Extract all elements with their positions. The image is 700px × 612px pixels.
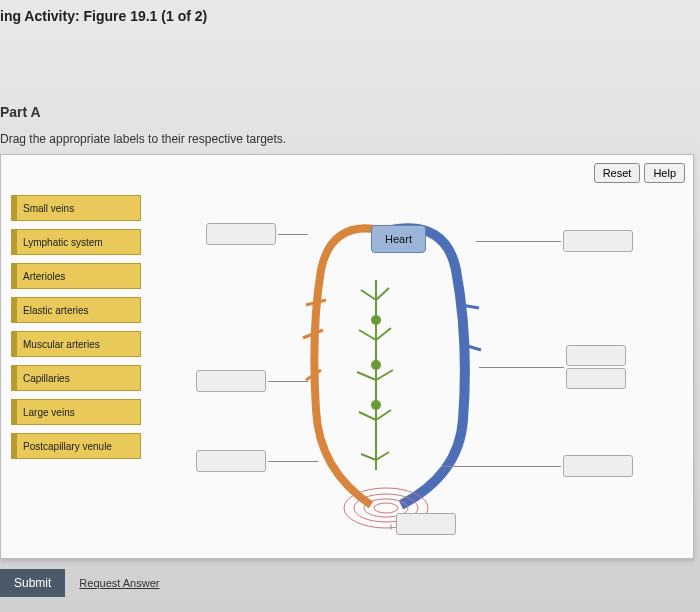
leader-line — [278, 234, 308, 235]
request-answer-link[interactable]: Request Answer — [79, 577, 159, 589]
heart-label: Heart — [371, 225, 426, 253]
submit-button[interactable]: Submit — [0, 569, 65, 597]
leader-line — [391, 525, 392, 530]
leader-line — [268, 381, 308, 382]
drag-label-postcapillary-venule[interactable]: Postcapillary venule — [11, 433, 141, 459]
svg-point-0 — [371, 315, 381, 325]
leader-line — [479, 367, 564, 368]
leader-line — [476, 241, 561, 242]
drop-target-2[interactable] — [196, 370, 266, 392]
drop-target-5[interactable] — [566, 345, 626, 389]
drop-target-1[interactable] — [206, 223, 276, 245]
drag-label-capillaries[interactable]: Capillaries — [11, 365, 141, 391]
instruction-text: Drag the appropriate labels to their res… — [0, 132, 700, 146]
drop-target-6[interactable] — [563, 455, 633, 477]
svg-point-6 — [374, 503, 398, 513]
label-bank: Small veins Lymphatic system Arterioles … — [11, 195, 141, 467]
leader-line — [268, 461, 318, 462]
part-label: Part A — [0, 104, 700, 120]
drag-label-small-veins[interactable]: Small veins — [11, 195, 141, 221]
activity-area: Reset Help Small veins Lymphatic system … — [0, 154, 694, 559]
leader-line — [441, 466, 561, 467]
drag-label-arterioles[interactable]: Arterioles — [11, 263, 141, 289]
drag-label-elastic-arteries[interactable]: Elastic arteries — [11, 297, 141, 323]
svg-point-1 — [371, 360, 381, 370]
drag-label-muscular-arteries[interactable]: Muscular arteries — [11, 331, 141, 357]
drag-label-lymphatic-system[interactable]: Lymphatic system — [11, 229, 141, 255]
drop-target-7[interactable] — [396, 513, 456, 535]
page-title: ing Activity: Figure 19.1 (1 of 2) — [0, 0, 700, 44]
drop-target-4[interactable] — [563, 230, 633, 252]
help-button[interactable]: Help — [644, 163, 685, 183]
circulatory-diagram — [281, 210, 491, 530]
svg-point-2 — [371, 400, 381, 410]
drop-target-3[interactable] — [196, 450, 266, 472]
drag-label-large-veins[interactable]: Large veins — [11, 399, 141, 425]
reset-button[interactable]: Reset — [594, 163, 641, 183]
